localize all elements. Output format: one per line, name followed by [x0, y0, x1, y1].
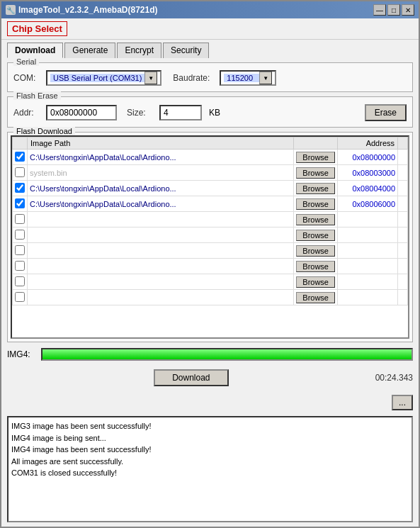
chip-select-label[interactable]: Chip Select [7, 21, 67, 36]
address-cell-8 [338, 274, 398, 290]
flash-table-container[interactable]: Image Path Address C:\Users\tongxin\AppD… [11, 135, 409, 339]
log-line: IMG4 image has been sent successfully! [11, 444, 409, 456]
browse-button-3[interactable]: Browse [296, 198, 335, 210]
row-checkbox-9[interactable] [15, 292, 25, 302]
log-line: IMG4 image is being sent... [11, 432, 409, 444]
title-bar: 🔧 ImageTool_v2.3.2_AmebaD(8721d) — □ ✕ [1, 1, 419, 18]
size-input[interactable] [159, 105, 202, 120]
progress-bar-outer [41, 348, 413, 361]
download-row: Download 00:24.343 [7, 366, 413, 389]
tabs: Download Generate Encrypt Security [1, 40, 419, 58]
browse-button-6[interactable]: Browse [296, 245, 335, 257]
size-label: Size: [127, 108, 155, 118]
tab-encrypt[interactable]: Encrypt [117, 43, 161, 58]
maximize-button[interactable]: □ [387, 4, 400, 16]
browse-button-8[interactable]: Browse [296, 276, 335, 288]
table-row: C:\Users\tongxin\AppData\Local\Ardiono..… [13, 181, 408, 196]
address-cell-3: 0x08006000 [338, 196, 398, 212]
table-row: Browse [13, 243, 408, 259]
path-cell-2: C:\Users\tongxin\AppData\Local\Ardiono..… [30, 184, 176, 193]
ellipsis-button[interactable]: ... [392, 395, 413, 410]
download-button[interactable]: Download [154, 369, 228, 386]
browse-button-1[interactable]: Browse [296, 167, 335, 179]
close-button[interactable]: ✕ [402, 4, 414, 16]
log-area[interactable]: IMG3 image has been sent successfully!IM… [7, 416, 413, 522]
window-title: ImageTool_v2.3.2_AmebaD(8721d) [18, 5, 158, 15]
baudrate-select[interactable]: 115200 ▼ [220, 70, 276, 86]
address-cell-5 [338, 228, 398, 243]
row-checkbox-6[interactable] [15, 245, 25, 255]
serial-section-label: Serial [13, 58, 39, 66]
kb-label: KB [209, 108, 220, 118]
path-cell-3: C:\Users\tongxin\AppData\Local\Ardiono..… [30, 200, 176, 208]
table-row: Browse [13, 274, 408, 290]
table-row: Browse [13, 212, 408, 228]
col-address: Address [338, 137, 398, 150]
com-value: USB Serial Port (COM31) [50, 74, 144, 82]
tab-security[interactable]: Security [163, 43, 209, 58]
path-cell-1: system.bin [30, 169, 67, 177]
browse-button-9[interactable]: Browse [296, 292, 335, 303]
com-label: COM: [13, 73, 42, 83]
table-row: C:\Users\tongxin\AppData\Local\Ardiono..… [13, 196, 408, 212]
address-cell-4 [338, 212, 398, 228]
table-row: system.binBrowse0x08003000 [13, 165, 408, 181]
browse-button-0[interactable]: Browse [296, 152, 335, 163]
log-line: IMG3 image has been sent successfully! [11, 420, 409, 432]
log-line: COM31 is closed successfully! [11, 467, 409, 479]
row-checkbox-5[interactable] [15, 230, 25, 240]
flash-erase-section: Flash Erase Addr: Size: KB Erase [7, 96, 413, 128]
row-checkbox-4[interactable] [15, 214, 25, 224]
serial-row: COM: USB Serial Port (COM31) ▼ Baudrate:… [13, 70, 407, 86]
erase-button[interactable]: Erase [365, 104, 407, 121]
time-display: 00:24.343 [375, 373, 413, 383]
chip-select-bar: Chip Select [1, 18, 419, 40]
baudrate-label: Baudrate: [173, 73, 215, 83]
table-row: Browse [13, 290, 408, 305]
title-buttons: — □ ✕ [373, 4, 414, 16]
progress-label: IMG4: [7, 349, 35, 359]
flash-erase-row: Addr: Size: KB Erase [13, 104, 407, 121]
flash-erase-label: Flash Erase [13, 91, 61, 100]
minimize-button[interactable]: — [373, 4, 386, 16]
serial-section: Serial COM: USB Serial Port (COM31) ▼ Ba… [7, 62, 413, 92]
progress-bar-inner [42, 349, 412, 359]
row-checkbox-7[interactable] [15, 261, 25, 271]
content-area: Serial COM: USB Serial Port (COM31) ▼ Ba… [1, 58, 419, 527]
address-cell-9 [338, 290, 398, 305]
app-icon: 🔧 [6, 5, 16, 15]
com-dropdown-arrow[interactable]: ▼ [144, 72, 157, 84]
tab-download[interactable]: Download [7, 43, 63, 58]
row-checkbox-3[interactable] [15, 198, 25, 208]
address-cell-6 [338, 243, 398, 259]
row-checkbox-1[interactable] [15, 167, 25, 177]
row-checkbox-0[interactable] [15, 152, 25, 162]
browse-button-2[interactable]: Browse [296, 183, 335, 194]
row-checkbox-8[interactable] [15, 276, 25, 286]
address-cell-1: 0x08003000 [338, 165, 398, 181]
baudrate-dropdown-arrow[interactable]: ▼ [259, 72, 272, 84]
flash-download-section: Flash Download Image Path Address [7, 132, 413, 342]
address-cell-2: 0x08004000 [338, 181, 398, 196]
table-row: Browse [13, 228, 408, 243]
col-check [13, 137, 28, 150]
addr-input[interactable] [46, 105, 117, 120]
path-cell-0: C:\Users\tongxin\AppData\Local\Ardiono..… [30, 153, 176, 162]
flash-table: Image Path Address C:\Users\tongxin\AppD… [12, 137, 408, 305]
com-select[interactable]: USB Serial Port (COM31) ▼ [46, 70, 161, 86]
flash-download-label: Flash Download [13, 127, 75, 135]
tab-generate[interactable]: Generate [64, 43, 115, 58]
row-checkbox-2[interactable] [15, 183, 25, 193]
title-bar-left: 🔧 ImageTool_v2.3.2_AmebaD(8721d) [6, 5, 158, 15]
browse-button-4[interactable]: Browse [296, 214, 335, 225]
ellipsis-btn-row: ... [7, 393, 413, 412]
browse-button-7[interactable]: Browse [296, 261, 335, 272]
baudrate-value: 115200 [224, 74, 259, 82]
main-window: 🔧 ImageTool_v2.3.2_AmebaD(8721d) — □ ✕ C… [0, 0, 420, 528]
table-row: Browse [13, 259, 408, 274]
col-image-path: Image Path [28, 137, 294, 150]
address-cell-7 [338, 259, 398, 274]
browse-button-5[interactable]: Browse [296, 230, 335, 241]
address-cell-0: 0x08000000 [338, 150, 398, 165]
col-browse [294, 137, 338, 150]
